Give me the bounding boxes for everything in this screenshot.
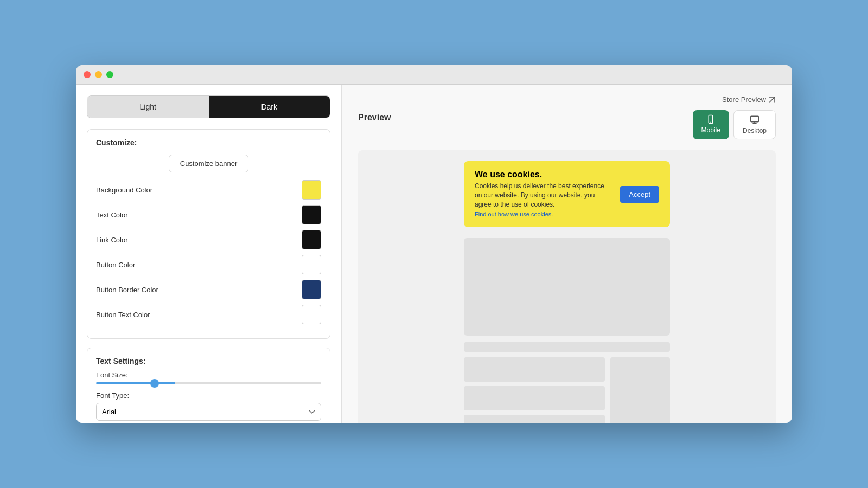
background-color-row: Background Color [96,180,321,200]
customize-banner-button[interactable]: Customize banner [169,155,249,172]
button-border-color-swatch[interactable] [302,280,321,299]
desktop-label: Desktop [743,127,767,134]
desktop-button[interactable]: Desktop [733,110,776,139]
font-size-slider[interactable] [96,382,321,384]
mobile-icon [706,114,716,124]
skeleton-col-left [464,357,605,423]
skeleton-left-1 [464,357,605,382]
preview-title: Preview [358,113,391,123]
mobile-button[interactable]: Mobile [693,110,729,139]
cookie-banner-body: Cookies help us deliever the best experi… [475,182,611,209]
font-select[interactable]: Arial Georgia Helvetica Times New Roman … [96,403,321,421]
skeleton-image-placeholder [464,238,670,336]
font-type-label: Font Type: [96,391,321,400]
cookie-banner: We use cookies. Cookies help us deliever… [464,161,670,227]
button-color-label: Button Color [96,261,135,269]
button-border-color-label: Button Border Color [96,286,158,294]
skeleton-row-1 [464,357,670,423]
text-color-swatch[interactable] [302,205,321,224]
font-size-label: Font Size: [96,371,321,379]
preview-area: We use cookies. Cookies help us deliever… [358,150,776,423]
link-color-label: Link Color [96,236,128,244]
light-theme-button[interactable]: Light [87,96,209,118]
button-color-row: Button Color [96,255,321,274]
skeleton-right-tall [610,357,670,423]
button-text-color-label: Button Text Color [96,311,150,319]
dark-theme-button[interactable]: Dark [209,96,330,118]
background-color-label: Background Color [96,186,152,194]
minimize-button[interactable] [95,71,102,78]
external-link-icon [768,96,776,104]
skeleton-left-3 [464,415,605,423]
store-preview-label: Store Preview [722,95,766,104]
button-text-color-row: Button Text Color [96,305,321,324]
device-toggle: Mobile Desktop [693,110,776,139]
titlebar [76,65,792,85]
text-settings-section: Text Settings: Font Size: Font Type: Ari… [87,348,330,423]
text-color-row: Text Color [96,205,321,224]
svg-rect-2 [750,116,758,122]
cookie-banner-link[interactable]: Find out how we use cookies. [475,211,553,217]
theme-toggle: Light Dark [87,95,330,118]
skeleton-bar-1 [464,342,670,352]
background-color-swatch[interactable] [302,180,321,200]
text-color-label: Text Color [96,211,128,219]
font-type-row: Font Type: Arial Georgia Helvetica Times… [96,391,321,421]
skeleton-left-2 [464,386,605,410]
text-settings-title: Text Settings: [96,357,321,365]
button-text-color-swatch[interactable] [302,305,321,324]
store-preview-link[interactable]: Store Preview [722,95,776,104]
preview-header: Preview Store Preview [358,95,776,139]
button-border-color-row: Button Border Color [96,280,321,299]
cookie-banner-text: We use cookies. Cookies help us deliever… [475,170,611,219]
right-panel: Preview Store Preview [342,85,792,423]
skeleton-area [464,238,670,423]
link-color-row: Link Color [96,230,321,249]
customize-section: Customize: Customize banner Background C… [87,129,330,339]
mobile-label: Mobile [701,126,720,134]
app-window: Light Dark Customize: Customize banner B… [76,65,792,423]
content-area: Light Dark Customize: Customize banner B… [76,85,792,423]
desktop-icon [750,115,760,125]
svg-point-1 [711,122,712,123]
cookie-banner-title: We use cookies. [475,170,611,179]
close-button[interactable] [84,71,91,78]
link-color-swatch[interactable] [302,230,321,249]
maximize-button[interactable] [106,71,113,78]
font-size-row: Font Size: [96,371,321,384]
customize-section-title: Customize: [96,138,321,147]
button-color-swatch[interactable] [302,255,321,274]
left-panel: Light Dark Customize: Customize banner B… [76,85,342,423]
accept-button[interactable]: Accept [620,186,659,203]
